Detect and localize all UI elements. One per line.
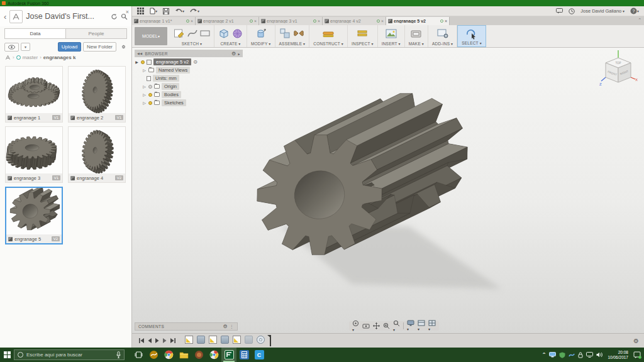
3d-viewport[interactable]: ◀◀ BROWSER ⚙▸ ▶ engranage 5 v2 ⊙ ▷ Named… [132, 48, 644, 333]
ribbon-group-modify[interactable]: MODIFY [247, 25, 275, 47]
taskbar-app-calculator[interactable] [236, 348, 252, 362]
expand-icon[interactable]: ▷ [142, 84, 147, 89]
tray-pc-icon[interactable] [549, 352, 556, 358]
grid-layouts-icon[interactable] [418, 320, 425, 332]
activate-radio-icon[interactable]: ⊙ [193, 60, 197, 65]
ribbon-group-create[interactable]: CREATE [214, 25, 247, 47]
new-body-icon[interactable] [218, 28, 230, 39]
ribbon-group-construct[interactable]: CONSTRUCT [309, 25, 348, 47]
ribbon-group-insert[interactable]: INSERT [378, 25, 405, 47]
save-icon[interactable] [163, 8, 169, 14]
look-at-icon[interactable] [362, 323, 370, 329]
version-badge[interactable]: V1 [115, 115, 123, 120]
browser-expand-icon[interactable]: ▸ [238, 52, 240, 56]
version-badge[interactable]: V1 [52, 175, 60, 180]
browser-node-units[interactable]: Units: mm [135, 75, 243, 82]
design-card-engranage-2[interactable]: engranage 2V1 [68, 66, 126, 123]
version-badge[interactable]: V2 [115, 175, 123, 180]
spline-icon[interactable] [187, 28, 197, 38]
tray-display-icon[interactable] [586, 352, 593, 358]
close-tab-icon[interactable]: × [318, 19, 320, 23]
undo-icon[interactable] [175, 8, 184, 14]
step-back-icon[interactable] [147, 337, 152, 344]
go-to-end-icon[interactable] [170, 337, 176, 344]
ribbon-group-make[interactable]: MAKE [405, 25, 428, 47]
taskbar-search[interactable]: Escribe aquí para buscar [14, 349, 125, 360]
app-grid-icon[interactable] [137, 8, 144, 14]
file-menu-icon[interactable] [150, 8, 157, 14]
close-tab-icon[interactable]: × [191, 19, 193, 23]
back-icon[interactable]: ‹ [4, 12, 6, 21]
browser-root-row[interactable]: ▶ engranage 5 v2 ⊙ [135, 58, 243, 65]
expand-icon[interactable]: ▷ [142, 92, 147, 97]
upload-button[interactable]: Upload [58, 42, 81, 52]
go-to-start-icon[interactable] [138, 337, 145, 344]
tray-lock-icon[interactable] [578, 352, 583, 358]
taskbar-app-round-brown[interactable] [191, 348, 206, 362]
taskbar-app-c-blue[interactable]: C [252, 348, 267, 362]
design-card-engranage-1[interactable]: engranage 1V1 [5, 66, 63, 123]
press-pull-icon[interactable] [255, 28, 267, 39]
visibility-bulb-icon[interactable] [141, 60, 145, 64]
doc-tab-1[interactable]: engranage 1 v1*× [132, 17, 196, 25]
close-tab-icon[interactable]: × [445, 19, 447, 23]
create-sketch-icon[interactable] [174, 28, 185, 39]
gear-model[interactable] [244, 87, 514, 307]
version-badge[interactable]: V1 [52, 115, 60, 120]
workspace-switcher[interactable]: MODEL [135, 27, 167, 45]
construction-plane-icon[interactable] [322, 28, 335, 39]
refresh-icon[interactable] [111, 13, 118, 20]
comments-more-icon[interactable]: ⋮ [230, 324, 234, 329]
doc-tab-2[interactable]: engranage 2 v1× [196, 17, 259, 25]
version-badge[interactable]: V2 [52, 236, 60, 241]
taskbar-clock[interactable]: 20:08 10/06/2017 [608, 350, 628, 360]
new-component-icon[interactable] [279, 28, 291, 39]
coil-icon[interactable] [232, 28, 243, 39]
ribbon-group-assemble[interactable]: ASSEMBLE [275, 25, 310, 47]
select-cursor-icon[interactable] [466, 28, 477, 40]
doc-tab-5-active[interactable]: engranage 5 v2× [386, 17, 450, 25]
close-tab-icon[interactable]: × [254, 19, 257, 23]
ribbon-group-inspect[interactable]: INSPECT [348, 25, 378, 47]
visibility-bulb-icon[interactable] [148, 93, 152, 97]
hub-icon[interactable] [9, 10, 23, 23]
taskbar-app-chrome[interactable] [161, 348, 176, 362]
view-cube[interactable]: TOP FRONT RIGHT Z X [597, 48, 639, 94]
design-card-engranage-3[interactable]: engranage 3V1 [5, 126, 63, 183]
breadcrumb-hub-icon[interactable] [5, 55, 11, 60]
help-menu[interactable]: ? [630, 8, 639, 14]
timeline-position-marker[interactable] [270, 336, 271, 346]
ribbon-group-select[interactable]: SELECT [457, 25, 486, 47]
clock-icon[interactable] [569, 8, 575, 14]
start-button[interactable] [0, 351, 14, 358]
browser-header[interactable]: ◀◀ BROWSER ⚙▸ [135, 50, 243, 57]
tray-volume-icon[interactable] [596, 352, 602, 358]
tray-shield-icon[interactable] [559, 352, 565, 358]
play-icon[interactable] [155, 337, 160, 344]
expand-icon[interactable]: ▷ [142, 68, 147, 72]
orbit-icon[interactable] [352, 320, 359, 332]
comments-bar[interactable]: COMMENTS ⚙⋮ [135, 322, 238, 331]
root-node-label[interactable]: engranage 5 v2 [153, 58, 191, 65]
rectangle-sketch-icon[interactable] [200, 30, 210, 37]
make-3dprint-icon[interactable] [411, 29, 421, 38]
redo-icon[interactable] [190, 8, 199, 14]
browser-node-sketches[interactable]: ▷ Sketches [135, 99, 243, 106]
taskbar-app-fusion360-active[interactable] [221, 348, 236, 362]
action-center-icon[interactable] [633, 351, 641, 359]
addins-scripts-icon[interactable] [437, 29, 448, 38]
doc-tab-4[interactable]: engranage 4 v2× [323, 17, 386, 25]
tray-swirl-icon[interactable] [569, 352, 575, 358]
viewports-icon[interactable] [428, 320, 436, 332]
expand-icon[interactable]: ▷ [142, 101, 147, 105]
timeline-extrude-feature[interactable] [197, 336, 205, 344]
taskbar-app-chrome-2[interactable] [206, 348, 221, 362]
user-menu[interactable]: Jose David Galiano [580, 8, 625, 14]
visibility-filter-dropdown[interactable] [21, 43, 30, 51]
timeline-sketch-feature[interactable] [233, 336, 241, 344]
doc-tab-3[interactable]: engranage 3 v1× [259, 17, 323, 25]
comments-gear-icon[interactable]: ⚙ [223, 324, 228, 329]
zoom-window-icon[interactable] [393, 320, 400, 332]
design-card-engranage-5[interactable]: engranage 5V2 [5, 187, 63, 244]
timeline-settings-gear-icon[interactable]: ⚙ [633, 337, 639, 344]
